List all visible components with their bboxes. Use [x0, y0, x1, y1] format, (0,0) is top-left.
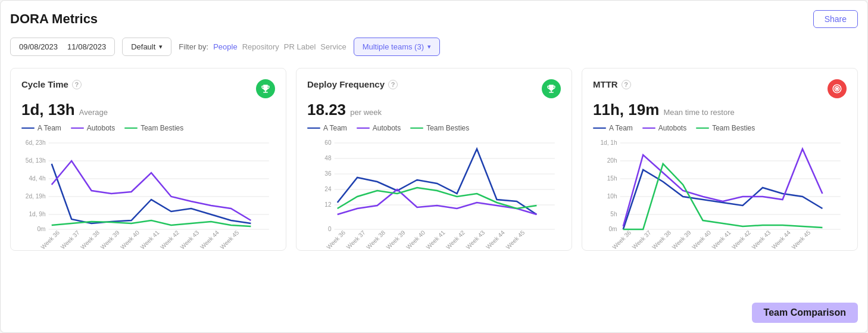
svg-text:15h: 15h: [607, 175, 617, 182]
mttr-legend: A Team Autobots Team Besties: [593, 124, 847, 132]
deploy-frequency-title: Deploy Frequency ?: [307, 79, 398, 89]
legend-line-team-besties: [410, 127, 423, 129]
svg-text:Week 44: Week 44: [199, 229, 220, 251]
filter-repository[interactable]: Repository: [242, 42, 279, 51]
filter-by-group: Filter by: People Repository PR Label Se…: [179, 42, 346, 51]
date-end: 11/08/2023: [67, 42, 106, 51]
legend-autobots: Autobots: [357, 124, 401, 132]
cycle-time-info-icon[interactable]: ?: [72, 80, 82, 89]
svg-text:6d, 23h: 6d, 23h: [26, 139, 46, 146]
svg-text:Week 40: Week 40: [405, 229, 426, 251]
date-start: 09/08/2023: [19, 42, 58, 51]
deploy-frequency-chart: 60 48 36 24 12 0 Week 36 Week 37 Week 38…: [307, 137, 561, 244]
default-dropdown[interactable]: Default ▾: [122, 38, 171, 56]
svg-text:Week 39: Week 39: [385, 229, 407, 251]
svg-text:Week 40: Week 40: [119, 229, 140, 251]
mttr-info-icon[interactable]: ?: [622, 80, 631, 89]
svg-text:Week 42: Week 42: [445, 229, 466, 251]
svg-text:Week 37: Week 37: [60, 229, 81, 251]
svg-text:Week 45: Week 45: [218, 229, 240, 251]
mttr-value: 11h, 19m Mean time to restore: [593, 101, 847, 119]
cycle-time-legend: A Team Autobots Team Besties: [21, 124, 275, 132]
svg-text:Week 41: Week 41: [711, 229, 732, 251]
svg-text:5h: 5h: [610, 211, 617, 217]
svg-text:0m: 0m: [37, 226, 45, 232]
svg-text:Week 44: Week 44: [485, 229, 506, 251]
filter-pr-label[interactable]: PR Label: [284, 42, 316, 51]
deploy-frequency-value: 18.23 per week: [307, 101, 561, 119]
date-range-picker[interactable]: 09/08/2023 11/08/2023: [10, 38, 115, 56]
share-button[interactable]: Share: [813, 10, 858, 28]
legend-line-team-besties: [124, 127, 138, 129]
deploy-frequency-header: Deploy Frequency ?: [307, 79, 561, 98]
mttr-target-icon: [828, 79, 847, 98]
charts-row: Cycle Time ? 1d, 13h Average A Team Aut: [10, 68, 858, 251]
legend-line-autobots: [642, 127, 655, 129]
teams-dropdown[interactable]: Multiple teams (3) ▾: [354, 38, 440, 56]
cycle-time-header: Cycle Time ?: [21, 79, 275, 98]
team-comparison-label: Team Comparison: [752, 303, 858, 323]
deploy-frequency-info-icon[interactable]: ?: [388, 80, 398, 89]
svg-text:Week 43: Week 43: [751, 229, 772, 251]
svg-text:5d, 13h: 5d, 13h: [26, 157, 46, 164]
cycle-time-value: 1d, 13h Average: [21, 101, 275, 119]
legend-line-autobots: [71, 127, 84, 129]
svg-text:Week 43: Week 43: [179, 229, 201, 251]
mttr-sublabel: Mean time to restore: [664, 108, 735, 117]
cycle-time-trophy-icon: [256, 79, 275, 98]
legend-autobots: Autobots: [71, 124, 115, 132]
deploy-frequency-sublabel: per week: [350, 108, 382, 117]
svg-text:Week 43: Week 43: [465, 229, 486, 251]
svg-text:Week 37: Week 37: [345, 229, 367, 251]
svg-text:Week 40: Week 40: [691, 229, 712, 251]
legend-autobots: Autobots: [642, 124, 686, 132]
deploy-frequency-card: Deploy Frequency ? 18.23 per week A Team: [296, 68, 572, 251]
svg-text:Week 45: Week 45: [504, 229, 526, 251]
filter-people[interactable]: People: [213, 42, 237, 51]
legend-line-team-besties: [696, 127, 709, 129]
svg-text:Week 41: Week 41: [425, 229, 447, 251]
legend-line-a-team: [593, 127, 606, 129]
legend-team-besties: Team Besties: [124, 124, 183, 132]
cycle-time-title: Cycle Time ?: [21, 79, 82, 89]
legend-a-team: A Team: [593, 124, 633, 132]
legend-line-autobots: [357, 127, 370, 129]
svg-text:1d, 9h: 1d, 9h: [29, 211, 45, 217]
svg-text:Week 42: Week 42: [730, 229, 752, 251]
svg-text:Week 39: Week 39: [671, 229, 692, 251]
svg-text:10h: 10h: [607, 193, 617, 200]
mttr-chart: 1d, 1h 20h 15h 10h 5h 0m Week 36 Week 37…: [593, 137, 847, 244]
main-page: DORA Metrics Share 09/08/2023 11/08/2023…: [0, 0, 868, 333]
page-header: DORA Metrics Share: [10, 10, 858, 28]
mttr-header: MTTR ?: [593, 79, 847, 98]
svg-text:36: 36: [324, 170, 332, 177]
svg-text:Week 39: Week 39: [99, 229, 121, 251]
svg-text:Week 42: Week 42: [159, 229, 180, 251]
filter-by-label: Filter by:: [179, 42, 208, 51]
mttr-card: MTTR ? 11h, 19m Mean time to restore A T…: [582, 68, 858, 251]
deploy-frequency-legend: A Team Autobots Team Besties: [307, 124, 561, 132]
cycle-time-card: Cycle Time ? 1d, 13h Average A Team Aut: [10, 68, 286, 251]
svg-text:Week 38: Week 38: [79, 229, 101, 251]
default-label: Default: [131, 42, 155, 51]
svg-point-44: [836, 88, 839, 91]
svg-text:12: 12: [324, 201, 332, 208]
svg-text:4d, 4h: 4d, 4h: [29, 175, 45, 182]
chevron-down-icon: ▾: [427, 43, 431, 51]
deploy-frequency-trophy-icon: [542, 79, 561, 98]
page-title: DORA Metrics: [10, 11, 98, 27]
svg-text:48: 48: [324, 155, 332, 161]
legend-line-a-team: [307, 127, 320, 129]
svg-text:60: 60: [324, 139, 332, 146]
svg-text:0m: 0m: [608, 226, 617, 232]
svg-text:24: 24: [324, 186, 332, 192]
cycle-time-sublabel: Average: [79, 108, 108, 117]
svg-text:1d, 1h: 1d, 1h: [600, 139, 617, 146]
svg-text:Week 41: Week 41: [139, 229, 161, 251]
svg-text:20h: 20h: [607, 157, 617, 164]
svg-text:0: 0: [328, 226, 332, 232]
legend-a-team: A Team: [21, 124, 61, 132]
legend-team-besties: Team Besties: [696, 124, 755, 132]
svg-text:Week 38: Week 38: [365, 229, 386, 251]
filter-service[interactable]: Service: [320, 42, 346, 51]
